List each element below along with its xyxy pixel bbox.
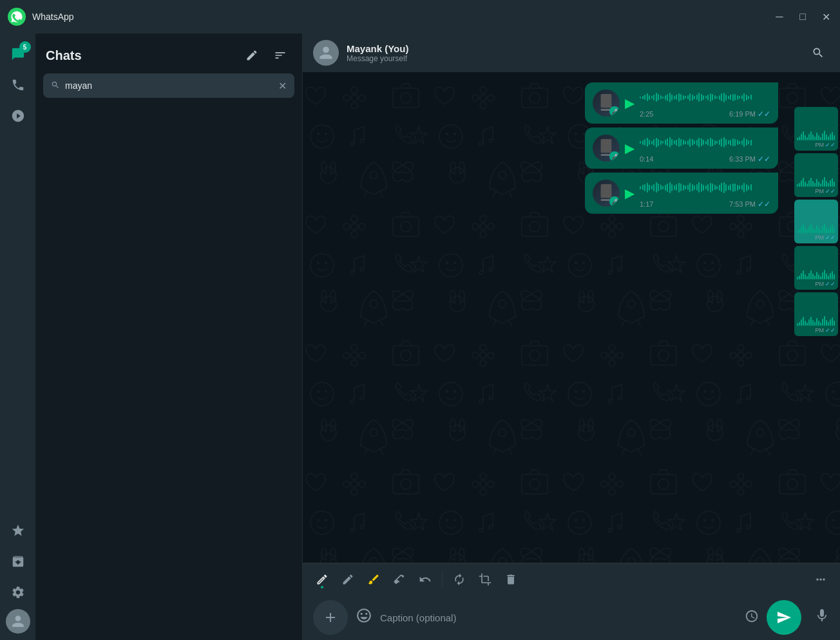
voice-message-3: 🎤 ▶ 1:17 7:53 PM ✓✓ bbox=[585, 173, 778, 214]
undo-button[interactable] bbox=[414, 568, 437, 591]
input-area bbox=[303, 595, 840, 640]
check-icon-1: ✓✓ bbox=[758, 109, 770, 118]
strip-waveform-5 bbox=[797, 314, 835, 326]
messages-scroll-area[interactable]: 🎤 ▶ 2:25 6:19 PM ✓✓ bbox=[303, 72, 788, 563]
editor-toolbar bbox=[303, 563, 840, 595]
strip-item-4[interactable]: PM ✓✓ bbox=[794, 246, 838, 290]
sidebar-item-chats[interactable]: 5 bbox=[4, 40, 32, 68]
crop-tool[interactable] bbox=[473, 568, 497, 591]
voice-thumbnail-1: 🎤 bbox=[593, 89, 620, 117]
sidebar-item-status[interactable] bbox=[4, 102, 32, 130]
clear-search-button[interactable]: ✕ bbox=[278, 80, 287, 92]
strip-time-1: PM ✓✓ bbox=[816, 142, 836, 148]
voice-waveform-3: 1:17 7:53 PM ✓✓ bbox=[640, 178, 770, 209]
new-chat-button[interactable] bbox=[240, 44, 263, 67]
chats-title: Chats bbox=[46, 48, 82, 63]
play-button-1[interactable]: ▶ bbox=[625, 95, 635, 111]
close-button[interactable]: ✕ bbox=[819, 10, 832, 23]
timer-icon[interactable] bbox=[745, 609, 759, 626]
window-controls: ─ □ ✕ bbox=[773, 10, 832, 23]
svg-rect-22 bbox=[601, 184, 612, 198]
waveform-bars-3 bbox=[640, 178, 770, 197]
strip-waveform-4 bbox=[797, 268, 835, 279]
contact-avatar[interactable] bbox=[313, 40, 339, 66]
chats-header: Chats bbox=[35, 33, 302, 73]
sidebar-item-archived[interactable] bbox=[4, 547, 32, 576]
voice-time-1: 6:19 PM ✓✓ bbox=[729, 109, 770, 118]
mic-overlay-2: 🎤 bbox=[609, 151, 620, 162]
voice-waveform-2: 0:14 6:33 PM ✓✓ bbox=[640, 133, 770, 164]
chat-header: Mayank (You) Message yourself bbox=[303, 33, 840, 72]
svg-rect-20 bbox=[601, 139, 612, 153]
voice-meta-2: 0:14 6:33 PM ✓✓ bbox=[640, 155, 770, 164]
search-icon bbox=[51, 80, 60, 91]
sidebar-bottom bbox=[4, 516, 32, 634]
sidebar-item-starred[interactable] bbox=[4, 516, 32, 545]
toolbar-divider bbox=[442, 572, 443, 587]
chat-search-button[interactable] bbox=[807, 41, 830, 64]
strip-time-4: PM ✓✓ bbox=[816, 281, 836, 287]
titlebar: WhatsApp ─ □ ✕ bbox=[0, 0, 840, 33]
voice-time-3: 7:53 PM ✓✓ bbox=[729, 200, 770, 209]
strip-item-2[interactable]: PM ✓✓ bbox=[794, 153, 838, 197]
image-strip: PM ✓✓ PM ✓✓ PM ✓✓ bbox=[792, 104, 840, 485]
voice-message-2: 🎤 ▶ 0:14 6:33 PM ✓✓ bbox=[585, 127, 778, 169]
strip-time-2: PM ✓✓ bbox=[816, 188, 836, 194]
chat-content-area: 🎤 ▶ 2:25 6:19 PM ✓✓ bbox=[303, 72, 840, 563]
voice-waveform-1: 2:25 6:19 PM ✓✓ bbox=[640, 88, 770, 118]
voice-time-2: 6:33 PM ✓✓ bbox=[729, 155, 770, 164]
svg-rect-18 bbox=[601, 94, 612, 108]
voice-meta-1: 2:25 6:19 PM ✓✓ bbox=[640, 109, 770, 118]
waveform-bars-2 bbox=[640, 133, 770, 152]
highlight-tool[interactable] bbox=[362, 568, 385, 591]
search-bar: ✕ bbox=[43, 73, 294, 98]
voice-meta-3: 1:17 7:53 PM ✓✓ bbox=[640, 200, 770, 209]
pen-tool[interactable] bbox=[336, 568, 359, 591]
icon-sidebar: 5 bbox=[0, 33, 35, 640]
send-button[interactable] bbox=[767, 600, 801, 635]
eraser-tool[interactable] bbox=[388, 568, 411, 591]
add-attachment-button[interactable] bbox=[313, 600, 348, 635]
app-title: WhatsApp bbox=[32, 12, 773, 22]
strip-item-1[interactable]: PM ✓✓ bbox=[794, 107, 838, 151]
mic-overlay-3: 🎤 bbox=[609, 196, 620, 207]
contact-name: Mayank (You) bbox=[347, 43, 799, 54]
minimize-button[interactable]: ─ bbox=[773, 10, 786, 23]
check-icon-3: ✓✓ bbox=[758, 200, 770, 209]
voice-duration-3: 1:17 bbox=[640, 200, 653, 208]
voice-thumbnail-2: 🎤 bbox=[593, 135, 620, 162]
more-options-button[interactable] bbox=[809, 568, 832, 591]
voice-duration-1: 2:25 bbox=[640, 110, 653, 118]
main-layout: 5 bbox=[0, 33, 840, 640]
maximize-button[interactable]: □ bbox=[796, 10, 809, 23]
strip-item-3[interactable]: PM ✓✓ bbox=[794, 200, 838, 243]
delete-button[interactable] bbox=[499, 568, 522, 591]
play-button-2[interactable]: ▶ bbox=[625, 140, 635, 156]
contact-info[interactable]: Mayank (You) Message yourself bbox=[347, 43, 799, 63]
sidebar-top: 5 bbox=[4, 40, 32, 513]
voice-duration-2: 0:14 bbox=[640, 155, 653, 163]
rotate-tool[interactable] bbox=[448, 568, 471, 591]
voice-thumbnail-3: 🎤 bbox=[593, 180, 620, 207]
app-logo bbox=[8, 8, 26, 26]
chat-header-actions bbox=[807, 41, 830, 64]
filter-button[interactable] bbox=[269, 44, 292, 67]
profile-avatar[interactable] bbox=[6, 609, 30, 634]
right-panel: Mayank (You) Message yourself bbox=[303, 33, 840, 640]
header-actions bbox=[240, 44, 292, 67]
strip-item-5[interactable]: PM ✓✓ bbox=[794, 292, 838, 336]
mic-button[interactable] bbox=[814, 608, 830, 627]
play-button-3[interactable]: ▶ bbox=[625, 185, 635, 201]
emoji-button[interactable] bbox=[356, 607, 372, 628]
check-icon-2: ✓✓ bbox=[758, 155, 770, 164]
strip-time-5: PM ✓✓ bbox=[816, 327, 836, 334]
strip-time-3: PM ✓✓ bbox=[816, 234, 836, 241]
pen-down-tool[interactable] bbox=[310, 568, 334, 591]
search-input[interactable] bbox=[65, 80, 278, 91]
strip-waveform-3 bbox=[797, 221, 835, 233]
sidebar-item-calls[interactable] bbox=[4, 71, 32, 99]
sidebar-item-settings[interactable] bbox=[4, 578, 32, 607]
waveform-bars-1 bbox=[640, 88, 770, 107]
caption-input[interactable] bbox=[380, 612, 737, 623]
mic-overlay-1: 🎤 bbox=[609, 106, 620, 117]
